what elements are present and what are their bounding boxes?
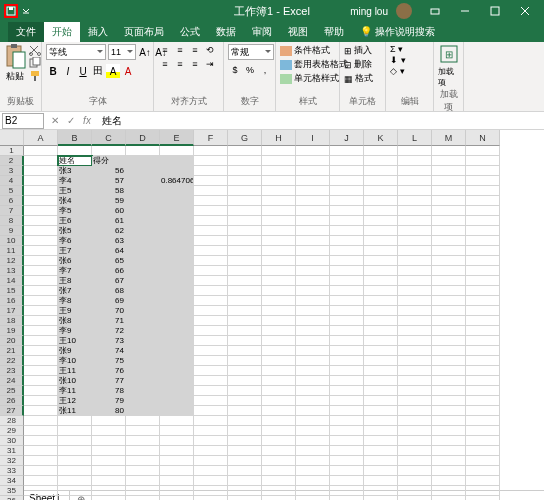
cell[interactable] bbox=[160, 336, 194, 346]
cell[interactable] bbox=[24, 436, 58, 446]
cell[interactable]: 59 bbox=[92, 196, 126, 206]
row-header[interactable]: 1 bbox=[0, 146, 24, 156]
cell[interactable] bbox=[160, 456, 194, 466]
cell[interactable] bbox=[296, 366, 330, 376]
cell[interactable] bbox=[92, 466, 126, 476]
cell[interactable] bbox=[228, 346, 262, 356]
row-header[interactable]: 34 bbox=[0, 476, 24, 486]
cell[interactable] bbox=[330, 346, 364, 356]
cell[interactable] bbox=[432, 276, 466, 286]
cell[interactable] bbox=[160, 316, 194, 326]
cell[interactable] bbox=[466, 456, 500, 466]
cell[interactable] bbox=[432, 256, 466, 266]
number-format-select[interactable]: 常规 bbox=[228, 44, 274, 60]
cell[interactable] bbox=[228, 356, 262, 366]
fill-button[interactable]: ⬇ ▾ bbox=[390, 55, 406, 65]
cell[interactable]: 王11 bbox=[58, 366, 92, 376]
cell[interactable] bbox=[228, 186, 262, 196]
row-header[interactable]: 21 bbox=[0, 346, 24, 356]
cell[interactable] bbox=[364, 256, 398, 266]
cell[interactable] bbox=[262, 436, 296, 446]
cell[interactable] bbox=[432, 416, 466, 426]
cell[interactable] bbox=[262, 346, 296, 356]
cell[interactable]: 68 bbox=[92, 286, 126, 296]
cell[interactable] bbox=[126, 166, 160, 176]
cell[interactable] bbox=[126, 156, 160, 166]
cell[interactable] bbox=[126, 246, 160, 256]
cell[interactable] bbox=[364, 266, 398, 276]
cell[interactable] bbox=[228, 216, 262, 226]
column-header[interactable]: A bbox=[24, 130, 58, 146]
cell[interactable] bbox=[296, 306, 330, 316]
cell[interactable] bbox=[432, 426, 466, 436]
cell[interactable] bbox=[24, 216, 58, 226]
cell[interactable] bbox=[160, 306, 194, 316]
cell[interactable] bbox=[126, 356, 160, 366]
cell[interactable] bbox=[432, 486, 466, 496]
cell[interactable] bbox=[330, 356, 364, 366]
cell[interactable] bbox=[24, 166, 58, 176]
cell[interactable] bbox=[92, 476, 126, 486]
cell[interactable] bbox=[160, 486, 194, 496]
cell[interactable]: 张4 bbox=[58, 196, 92, 206]
format-painter-icon[interactable] bbox=[28, 70, 42, 82]
cell[interactable] bbox=[364, 386, 398, 396]
cell[interactable] bbox=[262, 266, 296, 276]
cell[interactable] bbox=[262, 276, 296, 286]
cell[interactable]: 李9 bbox=[58, 326, 92, 336]
cell[interactable] bbox=[262, 486, 296, 496]
cell[interactable]: 70 bbox=[92, 306, 126, 316]
cell[interactable] bbox=[364, 166, 398, 176]
cell[interactable] bbox=[228, 476, 262, 486]
bold-button[interactable]: B bbox=[46, 64, 60, 78]
cell[interactable]: 64 bbox=[92, 246, 126, 256]
cell[interactable]: 58 bbox=[92, 186, 126, 196]
cell[interactable] bbox=[262, 196, 296, 206]
cell[interactable] bbox=[228, 306, 262, 316]
column-header[interactable]: C bbox=[92, 130, 126, 146]
cell[interactable] bbox=[296, 186, 330, 196]
cell[interactable] bbox=[296, 146, 330, 156]
cell[interactable] bbox=[262, 366, 296, 376]
cell[interactable] bbox=[330, 336, 364, 346]
cell[interactable]: 73 bbox=[92, 336, 126, 346]
cell[interactable]: 56 bbox=[92, 166, 126, 176]
cell[interactable] bbox=[398, 266, 432, 276]
user-name[interactable]: ming lou bbox=[350, 6, 388, 17]
cell[interactable] bbox=[296, 486, 330, 496]
cell[interactable] bbox=[24, 226, 58, 236]
cell[interactable] bbox=[160, 206, 194, 216]
cell[interactable] bbox=[330, 286, 364, 296]
cell[interactable] bbox=[24, 266, 58, 276]
cell[interactable] bbox=[24, 416, 58, 426]
font-color-button[interactable]: A bbox=[121, 64, 135, 78]
cell[interactable] bbox=[364, 486, 398, 496]
cell[interactable] bbox=[228, 276, 262, 286]
cell[interactable] bbox=[466, 416, 500, 426]
cell[interactable]: 79 bbox=[92, 396, 126, 406]
paste-button[interactable]: 粘贴 bbox=[4, 44, 26, 83]
cell[interactable] bbox=[398, 316, 432, 326]
cell[interactable] bbox=[466, 486, 500, 496]
cell[interactable] bbox=[296, 456, 330, 466]
cell[interactable] bbox=[432, 346, 466, 356]
cell[interactable] bbox=[262, 316, 296, 326]
cell[interactable] bbox=[398, 486, 432, 496]
tab-formulas[interactable]: 公式 bbox=[172, 22, 208, 42]
autosum-button[interactable]: Σ ▾ bbox=[390, 44, 403, 54]
cell[interactable] bbox=[24, 466, 58, 476]
tab-home[interactable]: 开始 bbox=[44, 22, 80, 42]
cell[interactable] bbox=[228, 496, 262, 500]
cell[interactable]: 67 bbox=[92, 276, 126, 286]
cell[interactable] bbox=[228, 206, 262, 216]
cell[interactable] bbox=[194, 446, 228, 456]
cell[interactable] bbox=[262, 496, 296, 500]
cell[interactable] bbox=[330, 196, 364, 206]
cell[interactable] bbox=[126, 196, 160, 206]
cell[interactable] bbox=[194, 196, 228, 206]
cell[interactable]: 李7 bbox=[58, 266, 92, 276]
cell[interactable] bbox=[296, 226, 330, 236]
column-header[interactable]: M bbox=[432, 130, 466, 146]
cell[interactable]: 66 bbox=[92, 266, 126, 276]
increase-font-icon[interactable]: A↑ bbox=[138, 45, 152, 59]
